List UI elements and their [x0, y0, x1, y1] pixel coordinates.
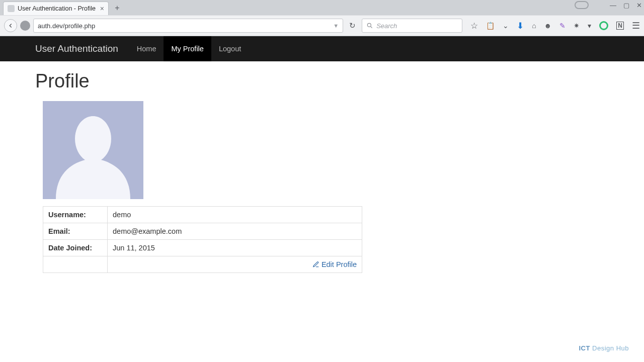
- search-placeholder: Search: [376, 22, 397, 30]
- bookmark-star-icon[interactable]: ☆: [470, 21, 478, 31]
- navbar-brand[interactable]: User Authentication: [35, 43, 118, 54]
- edit-profile-label: Edit Profile: [321, 260, 357, 268]
- toolbar-icons: ☆ 📋 ⌄ ⬇ ⌂ ☻ ✎ ✷ ▾ N ☰: [470, 20, 640, 31]
- new-tab-button[interactable]: +: [112, 3, 123, 13]
- clipboard-icon[interactable]: 📋: [486, 22, 495, 30]
- username-value: demo: [108, 207, 362, 223]
- tab-strip: User Authentication - Profile × + — ▢ ✕: [0, 0, 644, 15]
- reload-button[interactable]: ↻: [346, 21, 359, 30]
- window-controls: — ▢ ✕: [610, 2, 642, 9]
- table-row: Username: demo: [43, 207, 362, 223]
- nav-logout[interactable]: Logout: [211, 36, 249, 61]
- menu-icon[interactable]: ☰: [632, 20, 640, 31]
- email-label: Email:: [43, 223, 108, 240]
- url-bar[interactable]: auth.dev/profile.php ▼: [33, 19, 343, 33]
- edit-icon: [312, 261, 319, 268]
- minimize-icon[interactable]: —: [610, 2, 616, 9]
- search-icon: [366, 22, 373, 29]
- username-label: Username:: [43, 207, 108, 223]
- search-box[interactable]: Search: [362, 19, 462, 33]
- browser-logo-icon: [575, 1, 589, 9]
- svg-point-0: [367, 23, 371, 27]
- pocket-icon[interactable]: ⌄: [503, 22, 509, 30]
- nav-my-profile[interactable]: My Profile: [164, 36, 211, 61]
- browser-chrome: User Authentication - Profile × + — ▢ ✕ …: [0, 0, 644, 36]
- chevron-down-icon[interactable]: ▾: [588, 22, 591, 30]
- table-row: Email: demo@example.com: [43, 223, 362, 240]
- back-button[interactable]: [4, 19, 17, 32]
- joined-value: Jun 11, 2015: [108, 240, 362, 256]
- email-value: demo@example.com: [108, 223, 362, 240]
- address-bar-row: auth.dev/profile.php ▼ ↻ Search ☆ 📋 ⌄ ⬇ …: [0, 15, 644, 36]
- edit-cell: Edit Profile: [108, 256, 362, 273]
- tab-title: User Authentication - Profile: [18, 5, 96, 12]
- tab-close-icon[interactable]: ×: [100, 5, 104, 13]
- tab-favicon: [8, 5, 15, 12]
- url-dropdown-icon[interactable]: ▼: [333, 23, 339, 29]
- avatar-silhouette-icon: [43, 109, 143, 199]
- site-identity-icon[interactable]: [20, 21, 30, 31]
- content-container: Profile Username: demo Email: demo@examp…: [0, 61, 644, 282]
- empty-label: [43, 256, 108, 273]
- edit-profile-link[interactable]: Edit Profile: [312, 260, 357, 268]
- bug-icon[interactable]: ✷: [574, 22, 580, 30]
- extension-n-icon[interactable]: N: [616, 22, 624, 30]
- main-navbar: User Authentication Home My Profile Logo…: [0, 36, 644, 61]
- browser-tab[interactable]: User Authentication - Profile ×: [3, 2, 109, 15]
- nav-home[interactable]: Home: [129, 36, 164, 61]
- downloads-icon[interactable]: ⬇: [517, 21, 524, 31]
- profile-table: Username: demo Email: demo@example.com D…: [43, 206, 362, 273]
- joined-label: Date Joined:: [43, 240, 108, 256]
- watermark: ICT ICT Design HubDesign Hub: [579, 344, 629, 352]
- face-icon[interactable]: ☻: [544, 22, 552, 30]
- page: User Authentication Home My Profile Logo…: [0, 36, 644, 282]
- extension-green-icon[interactable]: [599, 21, 608, 30]
- close-window-icon[interactable]: ✕: [636, 2, 642, 9]
- home-icon[interactable]: ⌂: [532, 22, 536, 30]
- page-title: Profile: [35, 70, 609, 92]
- table-row: Edit Profile: [43, 256, 362, 273]
- avatar-placeholder: [43, 101, 143, 199]
- maximize-icon[interactable]: ▢: [623, 2, 629, 9]
- url-text: auth.dev/profile.php: [38, 22, 95, 30]
- table-row: Date Joined: Jun 11, 2015: [43, 240, 362, 256]
- feather-icon[interactable]: ✎: [559, 22, 566, 30]
